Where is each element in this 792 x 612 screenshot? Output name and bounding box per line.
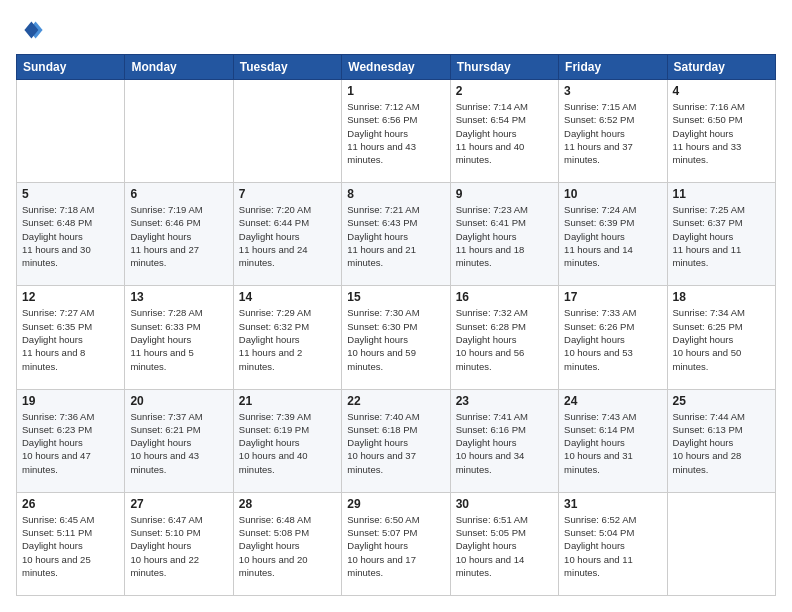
calendar-week-2: 12 Sunrise: 7:27 AM Sunset: 6:35 PM Dayl…: [17, 286, 776, 389]
day-info: Sunrise: 7:12 AM Sunset: 6:56 PM Dayligh…: [347, 100, 444, 166]
calendar-cell: 15 Sunrise: 7:30 AM Sunset: 6:30 PM Dayl…: [342, 286, 450, 389]
calendar-cell: 24 Sunrise: 7:43 AM Sunset: 6:14 PM Dayl…: [559, 389, 667, 492]
calendar-cell: [125, 80, 233, 183]
day-info: Sunrise: 7:24 AM Sunset: 6:39 PM Dayligh…: [564, 203, 661, 269]
calendar-cell: 12 Sunrise: 7:27 AM Sunset: 6:35 PM Dayl…: [17, 286, 125, 389]
day-info: Sunrise: 7:33 AM Sunset: 6:26 PM Dayligh…: [564, 306, 661, 372]
logo-icon: [16, 16, 44, 44]
day-info: Sunrise: 7:25 AM Sunset: 6:37 PM Dayligh…: [673, 203, 770, 269]
day-info: Sunrise: 7:39 AM Sunset: 6:19 PM Dayligh…: [239, 410, 336, 476]
day-info: Sunrise: 7:34 AM Sunset: 6:25 PM Dayligh…: [673, 306, 770, 372]
day-header-thursday: Thursday: [450, 55, 558, 80]
calendar-cell: 13 Sunrise: 7:28 AM Sunset: 6:33 PM Dayl…: [125, 286, 233, 389]
calendar-cell: 18 Sunrise: 7:34 AM Sunset: 6:25 PM Dayl…: [667, 286, 775, 389]
calendar-week-1: 5 Sunrise: 7:18 AM Sunset: 6:48 PM Dayli…: [17, 183, 776, 286]
calendar-cell: 26 Sunrise: 6:45 AM Sunset: 5:11 PM Dayl…: [17, 492, 125, 595]
day-number: 13: [130, 290, 227, 304]
day-number: 19: [22, 394, 119, 408]
day-number: 8: [347, 187, 444, 201]
day-number: 27: [130, 497, 227, 511]
calendar-cell: 21 Sunrise: 7:39 AM Sunset: 6:19 PM Dayl…: [233, 389, 341, 492]
day-number: 10: [564, 187, 661, 201]
calendar-cell: 16 Sunrise: 7:32 AM Sunset: 6:28 PM Dayl…: [450, 286, 558, 389]
calendar-cell: 8 Sunrise: 7:21 AM Sunset: 6:43 PM Dayli…: [342, 183, 450, 286]
day-info: Sunrise: 6:47 AM Sunset: 5:10 PM Dayligh…: [130, 513, 227, 579]
day-number: 7: [239, 187, 336, 201]
calendar-cell: [17, 80, 125, 183]
day-info: Sunrise: 6:48 AM Sunset: 5:08 PM Dayligh…: [239, 513, 336, 579]
calendar-cell: 23 Sunrise: 7:41 AM Sunset: 6:16 PM Dayl…: [450, 389, 558, 492]
day-info: Sunrise: 7:41 AM Sunset: 6:16 PM Dayligh…: [456, 410, 553, 476]
day-number: 2: [456, 84, 553, 98]
day-number: 25: [673, 394, 770, 408]
calendar-cell: 9 Sunrise: 7:23 AM Sunset: 6:41 PM Dayli…: [450, 183, 558, 286]
day-number: 24: [564, 394, 661, 408]
day-info: Sunrise: 7:27 AM Sunset: 6:35 PM Dayligh…: [22, 306, 119, 372]
day-number: 15: [347, 290, 444, 304]
page: SundayMondayTuesdayWednesdayThursdayFrid…: [0, 0, 792, 612]
day-info: Sunrise: 7:14 AM Sunset: 6:54 PM Dayligh…: [456, 100, 553, 166]
day-number: 6: [130, 187, 227, 201]
calendar-week-3: 19 Sunrise: 7:36 AM Sunset: 6:23 PM Dayl…: [17, 389, 776, 492]
day-info: Sunrise: 7:23 AM Sunset: 6:41 PM Dayligh…: [456, 203, 553, 269]
calendar-cell: 20 Sunrise: 7:37 AM Sunset: 6:21 PM Dayl…: [125, 389, 233, 492]
day-info: Sunrise: 7:15 AM Sunset: 6:52 PM Dayligh…: [564, 100, 661, 166]
calendar-cell: 25 Sunrise: 7:44 AM Sunset: 6:13 PM Dayl…: [667, 389, 775, 492]
calendar-cell: 22 Sunrise: 7:40 AM Sunset: 6:18 PM Dayl…: [342, 389, 450, 492]
day-info: Sunrise: 6:50 AM Sunset: 5:07 PM Dayligh…: [347, 513, 444, 579]
day-header-friday: Friday: [559, 55, 667, 80]
day-number: 11: [673, 187, 770, 201]
calendar-cell: 17 Sunrise: 7:33 AM Sunset: 6:26 PM Dayl…: [559, 286, 667, 389]
calendar-cell: 31 Sunrise: 6:52 AM Sunset: 5:04 PM Dayl…: [559, 492, 667, 595]
day-info: Sunrise: 7:40 AM Sunset: 6:18 PM Dayligh…: [347, 410, 444, 476]
day-number: 17: [564, 290, 661, 304]
day-number: 16: [456, 290, 553, 304]
calendar-cell: 2 Sunrise: 7:14 AM Sunset: 6:54 PM Dayli…: [450, 80, 558, 183]
day-number: 28: [239, 497, 336, 511]
calendar-week-0: 1 Sunrise: 7:12 AM Sunset: 6:56 PM Dayli…: [17, 80, 776, 183]
day-header-tuesday: Tuesday: [233, 55, 341, 80]
calendar-week-4: 26 Sunrise: 6:45 AM Sunset: 5:11 PM Dayl…: [17, 492, 776, 595]
day-info: Sunrise: 6:52 AM Sunset: 5:04 PM Dayligh…: [564, 513, 661, 579]
day-number: 5: [22, 187, 119, 201]
calendar-cell: 6 Sunrise: 7:19 AM Sunset: 6:46 PM Dayli…: [125, 183, 233, 286]
day-info: Sunrise: 7:32 AM Sunset: 6:28 PM Dayligh…: [456, 306, 553, 372]
day-number: 22: [347, 394, 444, 408]
day-number: 31: [564, 497, 661, 511]
calendar-cell: 10 Sunrise: 7:24 AM Sunset: 6:39 PM Dayl…: [559, 183, 667, 286]
day-number: 18: [673, 290, 770, 304]
day-number: 23: [456, 394, 553, 408]
day-info: Sunrise: 7:30 AM Sunset: 6:30 PM Dayligh…: [347, 306, 444, 372]
day-info: Sunrise: 7:20 AM Sunset: 6:44 PM Dayligh…: [239, 203, 336, 269]
day-number: 26: [22, 497, 119, 511]
day-number: 30: [456, 497, 553, 511]
day-header-wednesday: Wednesday: [342, 55, 450, 80]
day-info: Sunrise: 7:36 AM Sunset: 6:23 PM Dayligh…: [22, 410, 119, 476]
day-info: Sunrise: 7:19 AM Sunset: 6:46 PM Dayligh…: [130, 203, 227, 269]
day-number: 9: [456, 187, 553, 201]
day-info: Sunrise: 6:45 AM Sunset: 5:11 PM Dayligh…: [22, 513, 119, 579]
calendar-cell: 1 Sunrise: 7:12 AM Sunset: 6:56 PM Dayli…: [342, 80, 450, 183]
day-number: 20: [130, 394, 227, 408]
calendar-cell: [667, 492, 775, 595]
calendar-cell: 3 Sunrise: 7:15 AM Sunset: 6:52 PM Dayli…: [559, 80, 667, 183]
day-info: Sunrise: 7:37 AM Sunset: 6:21 PM Dayligh…: [130, 410, 227, 476]
day-number: 29: [347, 497, 444, 511]
day-info: Sunrise: 7:43 AM Sunset: 6:14 PM Dayligh…: [564, 410, 661, 476]
calendar-cell: 4 Sunrise: 7:16 AM Sunset: 6:50 PM Dayli…: [667, 80, 775, 183]
day-number: 14: [239, 290, 336, 304]
day-info: Sunrise: 7:16 AM Sunset: 6:50 PM Dayligh…: [673, 100, 770, 166]
day-info: Sunrise: 7:44 AM Sunset: 6:13 PM Dayligh…: [673, 410, 770, 476]
day-number: 12: [22, 290, 119, 304]
day-info: Sunrise: 6:51 AM Sunset: 5:05 PM Dayligh…: [456, 513, 553, 579]
day-info: Sunrise: 7:29 AM Sunset: 6:32 PM Dayligh…: [239, 306, 336, 372]
calendar-table: SundayMondayTuesdayWednesdayThursdayFrid…: [16, 54, 776, 596]
calendar-cell: 27 Sunrise: 6:47 AM Sunset: 5:10 PM Dayl…: [125, 492, 233, 595]
day-info: Sunrise: 7:21 AM Sunset: 6:43 PM Dayligh…: [347, 203, 444, 269]
day-header-monday: Monday: [125, 55, 233, 80]
calendar-cell: 19 Sunrise: 7:36 AM Sunset: 6:23 PM Dayl…: [17, 389, 125, 492]
calendar-cell: 29 Sunrise: 6:50 AM Sunset: 5:07 PM Dayl…: [342, 492, 450, 595]
day-number: 1: [347, 84, 444, 98]
calendar-cell: 7 Sunrise: 7:20 AM Sunset: 6:44 PM Dayli…: [233, 183, 341, 286]
logo: [16, 16, 48, 44]
